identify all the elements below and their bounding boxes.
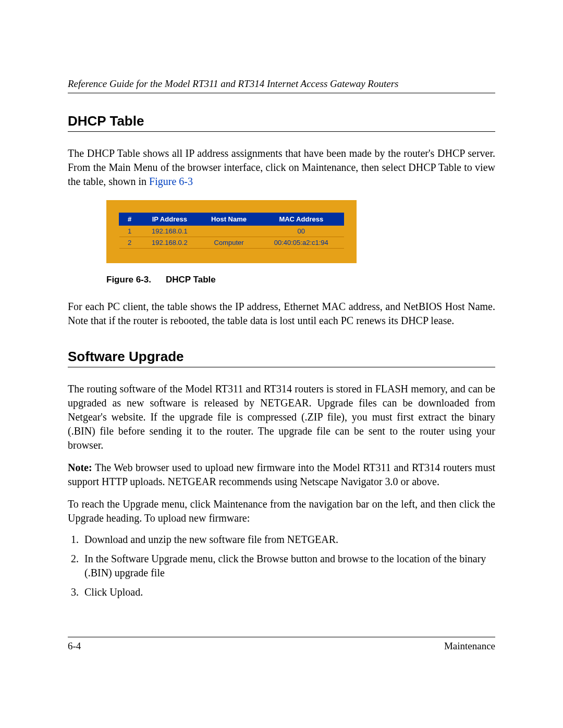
col-index: # <box>119 213 140 226</box>
dhcp-table-header-row: # IP Address Host Name MAC Address <box>119 213 344 226</box>
table-row: 1 192.168.0.1 00 <box>119 226 344 237</box>
upgrade-paragraph-2: To reach the Upgrade menu, click Mainten… <box>68 497 495 525</box>
running-header: Reference Guide for the Model RT311 and … <box>68 78 495 93</box>
heading-software-upgrade: Software Upgrade <box>68 349 495 367</box>
figure-caption: Figure 6-3.DHCP Table <box>106 275 495 285</box>
col-mac-address: MAC Address <box>259 213 344 226</box>
cell-index: 2 <box>119 237 140 249</box>
cell-host <box>199 226 259 237</box>
note-text: The Web browser used to upload new firmw… <box>68 462 495 487</box>
figure-6-3: # IP Address Host Name MAC Address 1 192… <box>106 200 495 285</box>
cell-mac: 00:40:05:a2:c1:94 <box>259 237 344 249</box>
list-item: Download and unzip the new software file… <box>81 533 495 547</box>
dhcp-paragraph-1: The DHCP Table shows all IP address assi… <box>68 146 495 189</box>
list-item: Click Upload. <box>81 585 495 599</box>
cell-host: Computer <box>199 237 259 249</box>
page-number: 6-4 <box>68 640 81 652</box>
dhcp-table-panel: # IP Address Host Name MAC Address 1 192… <box>106 200 357 263</box>
page-footer: 6-4 Maintenance <box>68 637 495 652</box>
cell-mac: 00 <box>259 226 344 237</box>
upgrade-paragraph-1: The routing software of the Model RT311 … <box>68 382 495 452</box>
footer-section: Maintenance <box>444 640 495 652</box>
cell-index: 1 <box>119 226 140 237</box>
col-host-name: Host Name <box>199 213 259 226</box>
cell-ip: 192.168.0.1 <box>140 226 200 237</box>
dhcp-para1-text: The DHCP Table shows all IP address assi… <box>68 147 495 187</box>
dhcp-paragraph-2: For each PC client, the table shows the … <box>68 300 495 328</box>
cell-ip: 192.168.0.2 <box>140 237 200 249</box>
figure-6-3-link[interactable]: Figure 6-3 <box>149 176 193 187</box>
heading-dhcp-table: DHCP Table <box>68 113 495 132</box>
figure-caption-title: DHCP Table <box>166 275 216 285</box>
dhcp-table: # IP Address Host Name MAC Address 1 192… <box>119 213 344 249</box>
figure-caption-label: Figure 6-3. <box>106 275 151 285</box>
col-ip-address: IP Address <box>140 213 200 226</box>
table-row: 2 192.168.0.2 Computer 00:40:05:a2:c1:94 <box>119 237 344 249</box>
list-item: In the Software Upgrade menu, click the … <box>81 552 495 580</box>
note-label: Note: <box>68 462 92 473</box>
upgrade-note: Note: The Web browser used to upload new… <box>68 461 495 489</box>
upgrade-steps: Download and unzip the new software file… <box>68 533 495 599</box>
